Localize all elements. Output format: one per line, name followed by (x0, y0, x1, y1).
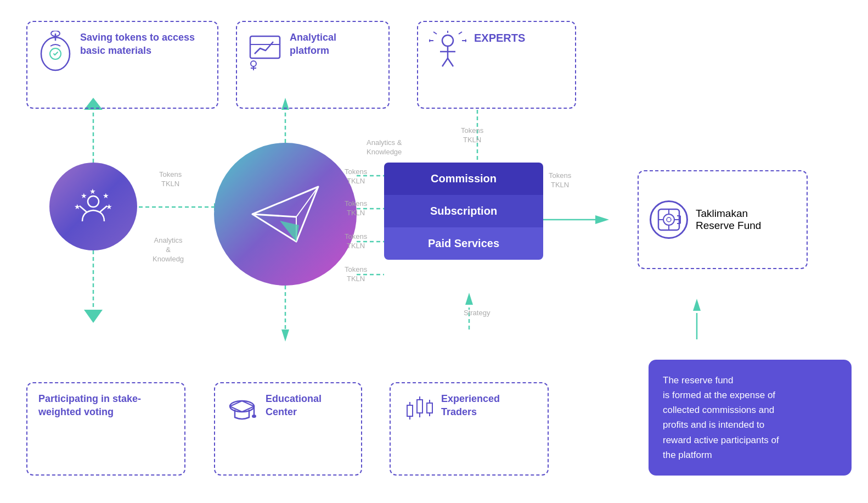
savings-icon (38, 31, 72, 76)
svg-point-30 (251, 61, 256, 66)
svg-line-50 (252, 214, 296, 217)
svg-marker-22 (693, 299, 701, 311)
svg-point-46 (88, 196, 99, 207)
tokens-label-paid: TokensTKLN (345, 232, 367, 251)
box-voting: Participating in stake- weighted voting (26, 382, 185, 476)
savings-label: Saving tokens to access basic materials (80, 31, 195, 58)
box-traders: Experienced Traders (390, 382, 549, 476)
commission-label: Commission (431, 172, 497, 185)
educational-label: Educational Center (266, 392, 322, 419)
safe-icon (650, 200, 688, 239)
tokens-label-extra: TokensTKLN (345, 265, 367, 284)
svg-point-67 (252, 415, 256, 418)
tokens-label-subscription: TokensTKLN (345, 199, 367, 218)
svg-rect-74 (427, 403, 432, 413)
analytics-knowledge-label: Analytics &Knowledge (367, 138, 402, 157)
box-savings: Saving tokens to access basic materials (26, 21, 218, 109)
strategy-label: Strategy (464, 309, 490, 318)
paid-services-label: Paid Services (428, 237, 499, 250)
svg-line-37 (448, 58, 453, 66)
svg-point-55 (663, 214, 674, 225)
svg-text:★: ★ (103, 192, 109, 200)
subscription-box: Subscription (384, 195, 543, 227)
svg-line-47 (80, 206, 87, 213)
svg-text:★: ★ (89, 187, 96, 195)
svg-marker-20 (465, 293, 473, 305)
reserve-fund-title: Taklimakan Reserve Fund (696, 208, 761, 232)
svg-marker-39 (465, 39, 466, 42)
box-reserve-fund: Taklimakan Reserve Fund (638, 170, 808, 269)
svg-rect-68 (407, 405, 413, 416)
paid-services-box: Paid Services (384, 227, 543, 260)
box-experts: EXPERTS (417, 21, 576, 109)
traders-icon (402, 392, 433, 426)
experts-label: EXPERTS (474, 31, 525, 46)
svg-text:★: ★ (81, 192, 87, 200)
svg-marker-24 (84, 310, 103, 323)
tokens-tkln-right: TokensTKLN (549, 171, 571, 190)
svg-point-56 (667, 217, 671, 222)
svg-marker-7 (281, 329, 289, 342)
svg-point-64 (230, 401, 254, 412)
tokens-label-commission: TokensTKLN (345, 167, 367, 186)
svg-line-36 (442, 58, 448, 66)
tokens-tkln-experts: TokensTKLN (461, 126, 483, 145)
service-boxes: Commission Subscription Paid Services (384, 163, 543, 260)
tokens-label-user-top: Tokens TKLN (159, 170, 182, 189)
analytical-icon (248, 31, 282, 72)
subscription-label: Subscription (430, 205, 497, 217)
svg-marker-38 (429, 39, 430, 42)
box-educational: Educational Center (214, 382, 362, 476)
diagram: Saving tokens to access basic materials … (0, 0, 868, 503)
svg-point-33 (442, 35, 453, 46)
user-circle: ★ ★ ★ ★ ★ (49, 163, 137, 250)
analytical-label: Analytical platform (290, 31, 336, 58)
svg-rect-28 (250, 36, 280, 58)
svg-marker-16 (595, 215, 609, 224)
analytics-label-user: Analytics & Knowledg (153, 236, 184, 264)
educational-icon (226, 392, 258, 426)
commission-box: Commission (384, 163, 543, 195)
box-analytical: Analytical platform (236, 21, 390, 109)
traders-label: Experienced Traders (441, 392, 500, 419)
reserve-description: The reserve fund is formed at the expens… (649, 360, 852, 476)
voting-label: Participating in stake- weighted voting (38, 392, 141, 419)
svg-rect-71 (417, 400, 422, 413)
experts-icon (429, 31, 466, 72)
center-circle (214, 143, 357, 286)
